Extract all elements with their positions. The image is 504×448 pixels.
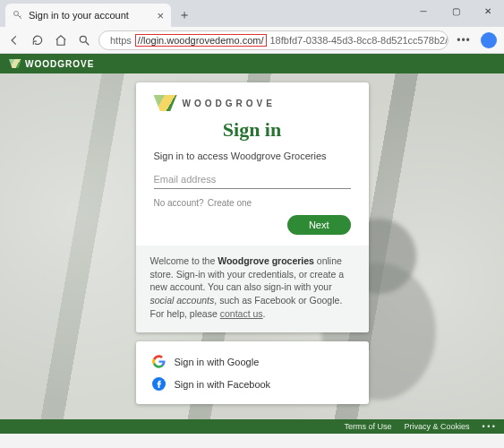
url-path: 18fbfd7-0338-45d3-8cc8-8d521cc578b2/oaut…	[270, 35, 449, 46]
footer-more-button[interactable]: • • •	[483, 422, 495, 431]
site-footer: Terms of Use Privacy & Cookies • • •	[0, 419, 504, 434]
woodgrove-logo-icon	[154, 95, 177, 111]
facebook-label: Sign in with Facebook	[175, 379, 271, 390]
create-account-helper: No account? Create one	[154, 198, 351, 208]
facebook-icon	[152, 377, 166, 391]
tab-close-icon[interactable]: ×	[157, 9, 164, 22]
info-panel: Welcome to the Woodgrove groceries onlin…	[136, 246, 369, 332]
signin-facebook-button[interactable]: Sign in with Facebook	[150, 373, 355, 395]
hero-section: WOODGROVE Sign in Sign in to access Wood…	[0, 73, 504, 419]
next-button[interactable]: Next	[287, 215, 351, 235]
contact-us-link[interactable]: contact us	[220, 308, 263, 319]
window-titlebar: Sign in to your account × ＋ ─ ▢ ✕	[0, 0, 504, 27]
info-text: Welcome to the	[150, 255, 218, 266]
search-icon	[78, 34, 90, 47]
info-text: .	[263, 308, 266, 319]
create-one-link[interactable]: Create one	[208, 198, 252, 208]
browser-tab[interactable]: Sign in to your account ×	[5, 4, 171, 27]
card-brand: WOODGROVE	[154, 95, 351, 111]
browser-toolbar: https //login.woodgrovedemo.com/ 18fbfd7…	[0, 27, 504, 54]
card-brand-text: WOODGROVE	[183, 99, 276, 108]
info-bold: Woodgrove groceries	[218, 255, 314, 266]
site-header: WOODGROVE	[0, 54, 504, 73]
ellipsis-icon: •••	[457, 34, 471, 47]
signin-subtitle: Sign in to access Woodgrove Groceries	[154, 151, 351, 161]
home-icon	[55, 34, 67, 47]
address-bar[interactable]: https //login.woodgrovedemo.com/ 18fbfd7…	[98, 30, 448, 50]
signin-google-button[interactable]: Sign in with Google	[150, 350, 355, 373]
footer-terms-link[interactable]: Terms of Use	[344, 422, 391, 431]
more-button[interactable]: •••	[454, 30, 474, 50]
new-tab-button[interactable]: ＋	[175, 5, 194, 25]
google-icon	[152, 355, 166, 368]
email-field[interactable]	[154, 170, 351, 189]
window-close-button[interactable]: ✕	[472, 0, 504, 22]
no-account-text: No account?	[154, 198, 204, 208]
svg-point-1	[80, 36, 86, 42]
footer-privacy-link[interactable]: Privacy & Cookies	[405, 422, 470, 431]
url-host-highlight: //login.woodgrovedemo.com/	[135, 34, 267, 47]
profile-avatar-icon	[481, 32, 497, 48]
refresh-icon	[31, 34, 44, 47]
window-minimize-button[interactable]: ─	[407, 0, 440, 22]
refresh-button[interactable]	[29, 31, 47, 49]
signin-title: Sign in	[154, 118, 351, 142]
back-button[interactable]	[5, 31, 23, 49]
search-button[interactable]	[75, 31, 93, 49]
info-italic: social accounts	[150, 295, 215, 306]
social-signin-card: Sign in with Google Sign in with Faceboo…	[136, 341, 369, 404]
page-content: WOODGROVE WOODGROVE Sign in Sign in to a…	[0, 54, 504, 434]
profile-button[interactable]	[479, 30, 499, 50]
url-scheme: https	[110, 35, 132, 46]
google-label: Sign in with Google	[175, 357, 260, 367]
home-button[interactable]	[52, 31, 70, 49]
signin-card: WOODGROVE Sign in Sign in to access Wood…	[136, 82, 369, 332]
arrow-left-icon	[8, 34, 21, 47]
window-maximize-button[interactable]: ▢	[440, 0, 472, 22]
site-brand-text: WOODGROVE	[25, 59, 94, 69]
woodgrove-logo-icon	[9, 59, 21, 68]
tab-title: Sign in to your account	[29, 10, 129, 21]
key-icon	[13, 10, 23, 21]
